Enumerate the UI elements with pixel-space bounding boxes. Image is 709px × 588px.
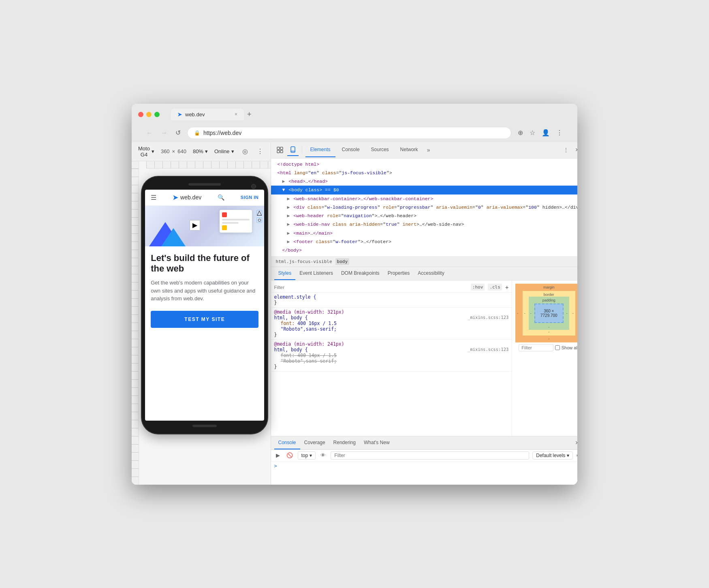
media-query-321: @media (min-width: 321px)	[274, 309, 509, 315]
class-attr: class	[322, 170, 336, 175]
mobile-viewport-area: Moto G4 ▾ 360 × 640 80% ▾ Online ▾ ◎ ⋮	[132, 142, 271, 485]
styles-tabs: Styles Event Listeners DOM Breakpoints P…	[271, 267, 577, 280]
tree-footer[interactable]: ▶ <footer class="w-footer">…</footer>	[271, 237, 577, 246]
capture-screenshot-button[interactable]: ◎	[241, 147, 250, 156]
tree-html[interactable]: <html lang="en" class="js-focus-visible"…	[271, 169, 577, 177]
preserve-log-button[interactable]: 👁	[319, 451, 327, 459]
devtools-toolbar: Elements Console Sources Network » ⋮ ×	[271, 142, 577, 158]
bookmark-button[interactable]: ☆	[528, 127, 537, 138]
close-traffic-light[interactable]	[138, 112, 143, 117]
console-filter-input[interactable]	[331, 451, 529, 460]
elements-tab[interactable]: Elements	[305, 143, 335, 157]
tree-header[interactable]: ▶ <web-header role="navigation">…</web-h…	[271, 212, 577, 220]
viewport-width: 360	[161, 148, 170, 154]
breadcrumb-html[interactable]: html.js-focus-visible	[274, 258, 334, 265]
styles-tab[interactable]: Styles	[274, 267, 296, 280]
console-close-button[interactable]: ×	[573, 437, 577, 449]
minimize-traffic-light[interactable]	[146, 112, 152, 117]
class-toggle-button[interactable]: .cls	[488, 284, 502, 291]
menu-button[interactable]: ⋮	[555, 127, 564, 138]
phone-speaker	[188, 183, 221, 186]
zoom-selector[interactable]: 80% ▾	[193, 148, 208, 154]
accessibility-tab[interactable]: Accessibility	[414, 267, 448, 280]
pseudo-state-button[interactable]: :hov	[471, 284, 485, 291]
whats-new-tab[interactable]: What's New	[360, 436, 394, 449]
clear-console-button[interactable]: ▶	[274, 451, 282, 459]
title-bar: ➤ web.dev × + ← → ↺ 🔒 https://web.dev ⊕ …	[132, 104, 577, 142]
horizontal-ruler	[146, 161, 271, 169]
browser-tab[interactable]: ➤ web.dev ×	[171, 109, 244, 120]
account-button[interactable]: 👤	[540, 127, 551, 138]
inspect-element-button[interactable]	[274, 144, 286, 156]
reload-button[interactable]: ↺	[174, 127, 182, 138]
console-tab[interactable]: Console	[337, 143, 365, 157]
styles-panel: Styles Event Listeners DOM Breakpoints P…	[271, 267, 577, 436]
toolbar-separator	[302, 146, 302, 154]
breadcrumb-body[interactable]: body	[335, 258, 350, 265]
add-bookmark-button[interactable]: ⊕	[516, 127, 525, 138]
test-my-site-button[interactable]: TEST MY SITE	[151, 311, 258, 328]
block-requests-button[interactable]: 🚫	[285, 451, 295, 459]
more-tabs-button[interactable]: »	[425, 144, 433, 156]
tree-loading-progress[interactable]: ▶ <div class="w-loading-progress" role="…	[271, 203, 577, 212]
hamburger-button[interactable]: ☰	[151, 194, 156, 201]
maximize-traffic-light[interactable]	[154, 112, 160, 117]
rule-selector-element-style: element.style {	[274, 294, 509, 300]
console-bottom-tab[interactable]: Console	[274, 436, 300, 449]
device-toolbar-toggle-button[interactable]	[287, 144, 299, 156]
network-tab[interactable]: Network	[395, 143, 423, 157]
box-model-filter-input[interactable]	[519, 344, 553, 351]
vertical-ruler	[132, 169, 139, 485]
dom-breakpoints-tab[interactable]: DOM Breakpoints	[337, 267, 384, 280]
properties-tab[interactable]: Properties	[384, 267, 414, 280]
address-bar: ← → ↺ 🔒 https://web.dev ⊕ ☆ 👤 ⋮	[138, 124, 571, 142]
console-settings-button[interactable]: ⚙	[576, 452, 577, 459]
network-condition: Online	[214, 148, 230, 154]
devtools-settings-button[interactable]: ⋮	[561, 144, 571, 156]
context-dropdown-icon: ▾	[310, 453, 312, 458]
hero-card-line-2	[222, 222, 239, 224]
log-levels-selector[interactable]: Default levels ▾	[532, 451, 573, 460]
zoom-level: 80%	[193, 148, 203, 154]
device-selector[interactable]: Moto G4 ▾	[138, 145, 154, 158]
mobile-main: ☰ ➤ web.dev 🔍 SIGN IN	[132, 169, 271, 485]
rendering-tab[interactable]: Rendering	[329, 436, 360, 449]
execution-context-selector[interactable]: top ▾	[298, 451, 316, 460]
tree-snackbar[interactable]: ▶ <web-snackbar-container>…</web-snackba…	[271, 195, 577, 203]
console-prompt[interactable]: >	[274, 463, 277, 469]
more-options-button[interactable]: ⋮	[256, 147, 264, 156]
network-condition-selector[interactable]: Online ▾	[214, 148, 234, 154]
breadcrumb-bar: html.js-focus-visible body	[271, 257, 577, 267]
tab-close-button[interactable]: ×	[235, 111, 237, 117]
site-hero-title: Let's build the future of the web	[151, 253, 258, 274]
site-header: ☰ ➤ web.dev 🔍 SIGN IN	[145, 190, 264, 206]
site-hero-image: ▶ △ ○	[145, 206, 264, 246]
tree-side-nav[interactable]: ▶ <web-side-nav class aria-hidden="true"…	[271, 220, 577, 229]
sources-tab[interactable]: Sources	[366, 143, 394, 157]
forward-button[interactable]: →	[159, 128, 169, 138]
add-rule-button[interactable]: +	[505, 284, 508, 291]
address-input-bar[interactable]: 🔒 https://web.dev	[187, 127, 511, 139]
tree-head[interactable]: ▶ <head>…</head>	[271, 177, 577, 186]
site-search-button[interactable]: 🔍	[218, 194, 224, 201]
tree-body-selected[interactable]: ▼ <body class> == $0	[271, 186, 577, 194]
site-content: Let's build the future of the web Get th…	[145, 246, 264, 334]
tree-doctype[interactable]: <!doctype html>	[271, 160, 577, 169]
show-all-checkbox[interactable]	[555, 345, 560, 350]
svg-rect-1	[280, 147, 283, 150]
devtools-close-button[interactable]: ×	[573, 144, 577, 156]
content-dimensions: 360 × 7729.700	[535, 309, 563, 318]
back-button[interactable]: ←	[145, 128, 154, 138]
levels-dropdown-icon: ▾	[567, 453, 569, 458]
coverage-tab[interactable]: Coverage	[300, 436, 329, 449]
event-listeners-tab[interactable]: Event Listeners	[295, 267, 337, 280]
site-sign-in-button[interactable]: SIGN IN	[241, 195, 258, 200]
tree-main[interactable]: ▶ <main>…</main>	[271, 229, 577, 237]
site-description: Get the web's modern capabilities on you…	[151, 279, 258, 303]
new-tab-button[interactable]: +	[244, 109, 255, 120]
hero-play-box: ▶	[190, 220, 200, 231]
svg-rect-0	[277, 147, 280, 150]
head-tag: <head>	[288, 179, 305, 184]
styles-filter-input[interactable]	[274, 285, 468, 290]
svg-rect-3	[280, 150, 283, 153]
